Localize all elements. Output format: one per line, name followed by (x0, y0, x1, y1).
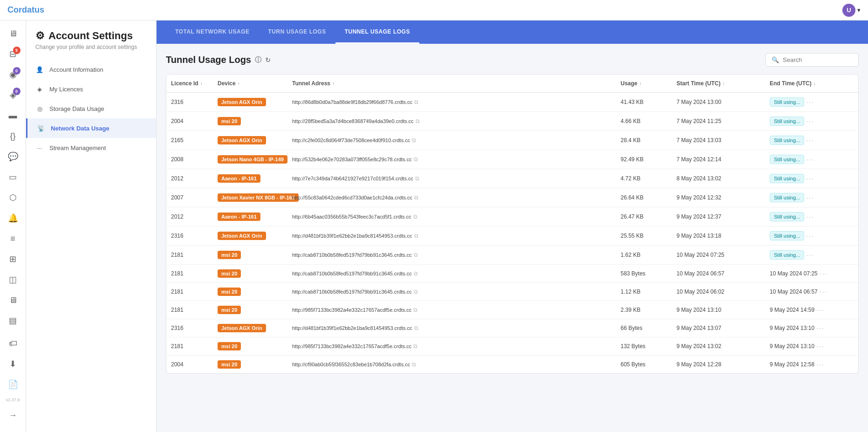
cell-licence-id: 2181 (166, 284, 213, 300)
more-options-button[interactable]: ··· (806, 137, 814, 144)
more-options-button[interactable]: ··· (806, 117, 814, 125)
tag-badge: 0 (13, 88, 21, 95)
sidebar-icon-download[interactable]: ⬇ (4, 355, 22, 373)
sidebar-icon-list[interactable]: ≡ (4, 229, 22, 248)
cell-licence-id: 2181 (166, 338, 213, 354)
cell-device: Jetson Xavier NX 8GB - IP-162 (213, 189, 287, 206)
search-input[interactable] (783, 56, 853, 63)
device-badge: Jetson AGX Orin (218, 136, 266, 144)
sort-icon-start[interactable]: ↑ (722, 81, 724, 86)
nav-item-storage[interactable]: ◎ Storage Data Usage (26, 99, 156, 118)
sidebar-icon-file[interactable]: 📄 (4, 375, 22, 394)
more-options-button[interactable]: ··· (816, 306, 825, 314)
sort-icon-device[interactable]: ↑ (238, 81, 240, 86)
sidebar-icon-tag2[interactable]: 🏷 (4, 334, 22, 353)
user-avatar: U (842, 4, 855, 17)
cell-device: Jetson AGX Orin (213, 227, 287, 245)
user-menu[interactable]: U ▾ (842, 4, 861, 17)
cell-start-time: 7 May 2024 13:00 (672, 94, 765, 110)
sidebar-icon-window[interactable]: ▭ (4, 168, 22, 186)
copy-button[interactable]: ⧉ (414, 325, 418, 331)
info-icon[interactable]: ⓘ (255, 56, 261, 64)
nav-item-stream[interactable]: ··· Stream Management (26, 138, 156, 158)
table-row: 2004msi 20http://28f5bed5a3a7d4bce836874… (166, 112, 858, 131)
copy-button[interactable]: ⧉ (414, 194, 418, 201)
more-options-button[interactable]: ··· (806, 175, 814, 182)
sidebar-icon-camera[interactable]: ◉ 0 (4, 65, 22, 84)
cell-device: msi 20 (213, 265, 287, 282)
tunnel-url-text: http://6b45aac0356b55b7543feec3c7acd5f1.… (292, 214, 411, 219)
sort-icon-tunnel[interactable]: ↑ (332, 81, 335, 86)
more-options-button[interactable]: ··· (806, 156, 814, 163)
copy-button[interactable]: ⧉ (416, 118, 420, 124)
cell-device: Jetson AGX Orin (213, 93, 287, 111)
refresh-icon[interactable]: ↻ (265, 56, 271, 64)
table-row: 2181msi 20http://cab8710b0b58fed5197fd79… (166, 265, 858, 283)
cell-usage: 605 Bytes (616, 357, 672, 372)
copy-button[interactable]: ⧉ (412, 137, 416, 144)
tab-total-network[interactable]: TOTAL NETWORK USAGE (166, 21, 259, 44)
cell-start-time: 9 May 2024 13:10 (672, 302, 765, 318)
tunnel-url-text: http://d481bf1b39f1e62bb2e1ba9c81454953.… (292, 325, 412, 331)
sort-icon-end[interactable]: ↓ (813, 81, 816, 86)
more-options-button[interactable]: ··· (820, 288, 828, 295)
cell-licence-id: 2012 (166, 209, 213, 225)
copy-button[interactable]: ⧉ (414, 233, 418, 239)
copy-button[interactable]: ⧉ (413, 213, 417, 220)
cell-usage: 4.66 KB (616, 113, 672, 129)
copy-button[interactable]: ⧉ (412, 361, 416, 368)
more-options-button[interactable]: ··· (806, 251, 814, 259)
more-options-button[interactable]: ··· (806, 213, 814, 220)
sidebar-icon-chat[interactable]: 💬 (4, 147, 22, 166)
cell-end-time: Still using...··· (765, 226, 858, 245)
cell-start-time: 10 May 2024 06:57 (672, 266, 765, 281)
table-row: 2316Jetson AGX Orinhttp://d481bf1b39f1e6… (166, 319, 858, 337)
copy-button[interactable]: ⧉ (415, 175, 419, 182)
nav-item-my-licences[interactable]: ◈ My Licences (26, 79, 156, 99)
more-options-button[interactable]: ··· (820, 270, 828, 277)
sidebar-icon-expand[interactable]: → (4, 406, 22, 425)
sidebar-icon-shape[interactable]: ⬡ (4, 188, 22, 207)
cell-usage: 92.49 KB (616, 151, 672, 167)
more-options-button[interactable]: ··· (816, 361, 825, 368)
sort-icon-usage[interactable]: ↑ (639, 81, 642, 86)
sidebar-icon-layers[interactable]: ⊟ 5 (4, 45, 22, 63)
copy-button[interactable]: ⧉ (414, 288, 418, 295)
sidebar-icon-book[interactable]: ▬ (4, 106, 22, 125)
tab-turn-usage[interactable]: TURN USAGE LOGS (259, 21, 335, 44)
cell-usage: 2.39 KB (616, 302, 672, 318)
nav-item-network[interactable]: 📡 Network Data Usage (26, 118, 156, 138)
more-options-button[interactable]: ··· (806, 232, 814, 240)
more-options-button[interactable]: ··· (806, 194, 814, 201)
sidebar-icon-bell[interactable]: 🔔 (4, 209, 22, 227)
copy-button[interactable]: ⧉ (414, 156, 418, 163)
panel-header: Tunnel Usage Logs ⓘ ↻ 🔍 (166, 53, 859, 67)
sidebar-icon-layers2[interactable]: ◫ (4, 270, 22, 289)
sidebar-icon-grid[interactable]: ⊞ (4, 250, 22, 268)
sidebar-icon-doc[interactable]: ▤ (4, 311, 22, 330)
copy-button[interactable]: ⧉ (414, 99, 418, 105)
tab-tunnel-usage[interactable]: TUNNEL USAGE LOGS (335, 21, 419, 44)
sidebar-icon-monitor[interactable]: 🖥 (4, 24, 22, 43)
table-header: Licence Id ↑ Device ↑ Tunnel Adress ↑ (166, 75, 858, 93)
cell-end-time: 10 May 2024 07:25··· (765, 265, 858, 282)
copy-button[interactable]: ⧉ (414, 252, 418, 258)
cell-tunnel-address: http://cab8710b0b58fed5197fd79bb91c3645.… (287, 284, 616, 300)
sidebar-icon-code[interactable]: {} (4, 127, 22, 145)
status-badge: Still using... (770, 117, 804, 126)
col-tunnel-address: Tunnel Adress ↑ (287, 75, 616, 92)
more-options-button[interactable]: ··· (806, 98, 814, 106)
more-options-button[interactable]: ··· (816, 324, 825, 332)
copy-button[interactable]: ⧉ (413, 343, 417, 350)
nav-item-account-info[interactable]: 👤 Account Information (26, 60, 156, 79)
sidebar-icon-screen[interactable]: 🖥 (4, 291, 22, 309)
cell-usage: 26.47 KB (616, 209, 672, 225)
device-badge: msi 20 (218, 117, 241, 125)
tunnel-url-text: http://86d8b0d0a7ba88de9f18db29f66d8776.… (292, 99, 412, 105)
copy-button[interactable]: ⧉ (414, 270, 418, 277)
sort-icon-licence[interactable]: ↑ (200, 81, 203, 86)
sidebar-icon-tag[interactable]: ◈ 0 (4, 86, 22, 104)
more-options-button[interactable]: ··· (816, 343, 825, 350)
copy-button[interactable]: ⧉ (413, 307, 417, 313)
search-icon: 🔍 (772, 56, 779, 63)
